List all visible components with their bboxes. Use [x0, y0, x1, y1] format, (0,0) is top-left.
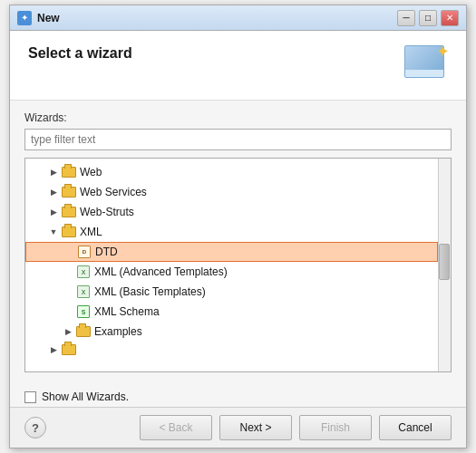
wizard-tree[interactable]: Web Web Services Web-Struts — [24, 158, 452, 372]
schema-icon: S — [76, 304, 91, 319]
filter-input[interactable] — [24, 129, 452, 150]
folder-icon-partial — [62, 342, 76, 357]
dialog-header: Select a wizard ✦ — [10, 31, 466, 101]
footer-buttons: < Back Next > Finish Cancel — [140, 415, 452, 440]
dialog-footer: ? < Back Next > Finish Cancel — [10, 407, 466, 448]
expand-arrow-xml-advanced — [62, 265, 74, 278]
xml-icon-basic: X — [76, 284, 91, 299]
folder-icon-web-services — [62, 185, 76, 199]
tree-item-xml[interactable]: XML — [25, 222, 438, 242]
show-all-label: Show All Wizards. — [42, 390, 129, 403]
show-all-checkbox[interactable] — [24, 391, 36, 403]
tree-label-xml-basic: XML (Basic Templates) — [94, 285, 206, 298]
expand-arrow-examples[interactable] — [62, 325, 74, 338]
help-button[interactable]: ? — [24, 417, 46, 439]
cancel-button[interactable]: Cancel — [379, 415, 452, 440]
window-title: New — [37, 12, 397, 24]
new-wizard-window: ✦ New ─ □ ✕ Select a wizard ✦ Wizards: — [9, 5, 467, 448]
tree-label-xml-advanced: XML (Advanced Templates) — [94, 265, 228, 278]
wizards-label: Wizards: — [24, 111, 452, 124]
finish-button[interactable]: Finish — [299, 415, 372, 440]
tree-item-web-struts[interactable]: Web-Struts — [25, 202, 438, 222]
tree-item-xml-basic[interactable]: X XML (Basic Templates) — [25, 282, 438, 302]
tree-item-partial[interactable] — [25, 342, 438, 358]
tree-label-web-struts: Web-Struts — [80, 206, 134, 218]
expand-arrow-web-services[interactable] — [47, 186, 60, 198]
expand-arrow-xml[interactable] — [47, 226, 60, 238]
back-button[interactable]: < Back — [140, 415, 212, 440]
expand-arrow-web[interactable] — [47, 166, 60, 178]
expand-arrow-web-struts[interactable] — [47, 206, 60, 218]
tree-item-xml-advanced[interactable]: X XML (Advanced Templates) — [25, 262, 438, 282]
next-button[interactable]: Next > — [219, 415, 292, 440]
folder-icon-examples — [76, 324, 91, 339]
tree-label-web: Web — [80, 166, 102, 178]
star-icon: ✦ — [436, 42, 450, 62]
dialog-body: Wizards: Web Web Servic — [10, 101, 466, 383]
tree-item-xml-schema[interactable]: S XML Schema — [25, 302, 438, 322]
maximize-button[interactable]: □ — [419, 10, 437, 26]
wizard-icon: ✦ — [404, 45, 448, 89]
window-controls: ─ □ ✕ — [397, 10, 459, 26]
tree-label-xml-schema: XML Schema — [94, 305, 160, 318]
tree-item-web[interactable]: Web — [25, 162, 438, 182]
tree-label-dtd: DTD — [95, 246, 118, 258]
scrollbar-thumb[interactable] — [439, 244, 450, 280]
expand-arrow-xml-basic — [62, 285, 74, 298]
expand-arrow-dtd — [63, 246, 75, 258]
tree-item-examples[interactable]: Examples — [25, 322, 438, 342]
tree-item-web-services[interactable]: Web Services — [25, 182, 438, 202]
close-button[interactable]: ✕ — [441, 10, 459, 26]
tree-content: Web Web Services Web-Struts — [25, 159, 438, 361]
dtd-icon: D — [77, 245, 92, 259]
tree-label-xml: XML — [80, 226, 102, 238]
dialog-title: Select a wizard — [28, 45, 132, 62]
expand-arrow-xml-schema — [62, 305, 74, 318]
window-icon: ✦ — [17, 11, 32, 25]
tree-label-web-services: Web Services — [80, 186, 147, 198]
folder-icon-web — [62, 165, 76, 179]
minimize-button[interactable]: ─ — [397, 10, 415, 26]
tree-label-examples: Examples — [94, 325, 142, 338]
folder-icon-xml — [62, 225, 76, 239]
footer-left: ? — [24, 417, 46, 439]
folder-icon-web-struts — [62, 205, 76, 219]
scrollbar-track[interactable] — [438, 159, 451, 371]
expand-arrow-partial[interactable] — [47, 343, 60, 356]
title-bar: ✦ New ─ □ ✕ — [10, 5, 466, 31]
tree-item-dtd[interactable]: D DTD — [25, 242, 438, 262]
show-all-row: Show All Wizards. — [10, 383, 466, 407]
xml-icon-advanced: X — [76, 265, 91, 279]
